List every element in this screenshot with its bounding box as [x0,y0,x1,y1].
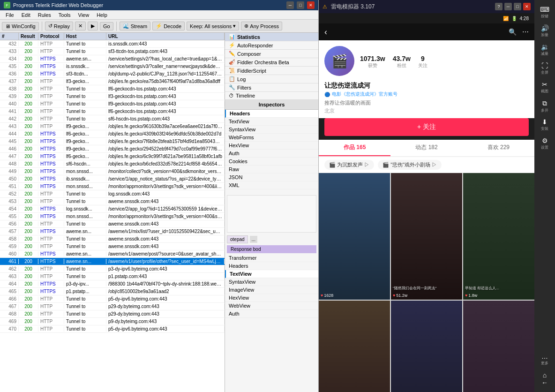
table-row[interactable]: 461 200 HTTPS aweme.sn... /aweme/v1/user… [0,258,225,265]
minimize-button[interactable]: ─ [286,1,294,9]
table-row[interactable]: 455 200 HTTPS mon.snssd... /monitor/appm… [0,213,225,220]
tab-xml[interactable]: XML [225,181,318,189]
decode-button[interactable]: ⚡ Decode [152,22,185,30]
tab-raw[interactable]: Raw [225,166,318,173]
resp-tab-textview[interactable]: TextView [225,270,318,278]
log-section[interactable]: 📋 Log [225,75,318,83]
tab-textview[interactable]: TextView [225,118,318,126]
resp-tab-syntaxview[interactable]: SyntaxView [225,278,318,286]
resp-tab-webview[interactable]: WebView [225,302,318,310]
table-row[interactable]: 454 200 HTTPS log.snssdk... /service/2/a… [0,205,225,213]
menu-rules[interactable]: Rules [34,11,55,19]
settings-button[interactable]: ⚙ 设置 [536,135,553,152]
table-row[interactable]: 466 200 HTTP Tunnel to p5-dy-ipv6.byteim… [0,295,225,303]
table-row[interactable]: 462 200 HTTP Tunnel to p3-dy-ipv6.byteim… [0,265,225,273]
tab-hexview[interactable]: HexView [225,142,318,150]
autoresponder-section[interactable]: ⚡ AutoResponder [225,41,318,50]
table-row[interactable]: 433 200 HTTP Tunnel to sf3-ttcdn-tos.pst… [0,48,225,55]
more-options-button[interactable]: … 更多 [536,351,553,368]
table-row[interactable]: 456 200 HTTP Tunnel to aweme.snssdk.com:… [0,220,225,228]
home-button[interactable]: ⌂ [543,371,547,379]
notepad-button[interactable]: otepad [227,235,248,243]
install-button[interactable]: ⬇ 安装 [536,116,553,133]
table-row[interactable]: 467 200 HTTP Tunnel to p29-dy.byteimg.co… [0,303,225,310]
orchestra-section[interactable]: 🎻 Fiddler Orchestra Beta [225,58,318,67]
maximize-button[interactable]: □ [297,1,304,9]
list-item[interactable] [391,301,462,392]
table-row[interactable]: 457 200 HTTPS aweme.sn... /aweme/v1/mix/… [0,228,225,235]
table-row[interactable]: 469 200 HTTP Tunnel to p9-dy.byteimg.com… [0,318,225,325]
tab-dynamic[interactable]: 动态 182 [390,140,462,156]
tab-auth[interactable]: Auth [225,150,318,158]
table-row[interactable]: 460 200 HTTPS aweme.sn... /aweme/v1/awem… [0,250,225,258]
timeline-section[interactable]: ⏱ Timeline [225,92,318,100]
emulator-close-button[interactable]: ✕ [523,3,531,10]
list-item[interactable] [463,301,534,392]
search-icon[interactable]: 🔍 [509,28,517,36]
menu-edit[interactable]: Edit [18,11,34,19]
resp-tab-auth[interactable]: Auth [225,310,318,318]
table-row[interactable]: 459 200 HTTP Tunnel to aweme.snssdk.com:… [0,243,225,250]
table-row[interactable]: 444 200 HTTPS lf6-gecko... /obj/ies.fe.g… [0,130,225,138]
filters-section[interactable]: 🔧 Filters [225,83,318,92]
stream-button[interactable]: 🌊 Stream [120,22,150,30]
table-row[interactable]: 465 200 HTTPS p1.pstatp... /obj/c8510002… [0,288,225,295]
go-button[interactable]: Go [100,22,113,30]
table-row[interactable]: 439 200 HTTP Tunnel to lf3-geckocdn-tos.… [0,93,225,100]
table-row[interactable]: 440 200 HTTP Tunnel to lf9-geckocdn-tos.… [0,100,225,108]
composer-section[interactable]: ✏️ Composer [225,50,318,58]
tab-webforms[interactable]: WebForms [225,134,318,142]
table-row[interactable]: 448 200 HTTPS sf6-hscdn... /obj/ies.fe.g… [0,160,225,168]
list-item[interactable]: "随然我们会在同一刻死去" ♥51.2w [391,173,462,300]
table-row[interactable]: 438 200 HTTP Tunnel to lf6-geckocdn-tos.… [0,85,225,93]
table-row[interactable]: 436 200 HTTPS sf3-ttcdn... /obj/dump-v2-… [0,70,225,78]
menu-view[interactable]: View [75,11,93,19]
table-row[interactable]: 468 200 HTTP Tunnel to p29-dy.byteimg.co… [0,310,225,318]
fullscreen-button[interactable]: ⛶ 全屏 [536,60,553,77]
winconfig-button[interactable]: 🖥 WinConfig [2,22,39,30]
tab-json[interactable]: JSON [225,173,318,181]
resp-tab-imageview[interactable]: ImageView [225,286,318,294]
close-button[interactable]: ✕ [307,1,315,9]
table-row[interactable]: 432 200 HTTP Tunnel to is.snssdk.com:443 [0,40,225,48]
x-button[interactable]: ✕ [75,22,86,30]
table-row[interactable]: 463 200 HTTP Tunnel to p1.pstatp.com:443 [0,273,225,280]
table-row[interactable]: 443 200 HTTP lf9-gecko... /obj/ies.fe.ge… [0,123,225,130]
any-process-button[interactable]: ⊕ Any Process [241,22,282,30]
table-row[interactable]: 434 200 HTTPS aweme.sn... /service/setti… [0,55,225,63]
back-button[interactable]: ‹ [324,27,327,37]
screenshot-button[interactable]: ✂ 截图 [536,79,553,96]
table-row[interactable]: 451 200 HTTPS mon.snssd... /monitor/appm… [0,183,225,190]
tab-syntaxview[interactable]: SyntaxView [225,126,318,134]
table-row[interactable]: 446 200 HTTPS lf9-gecko... /obj/ies.fe.g… [0,145,225,153]
table-row[interactable]: 452 200 HTTP Tunnel to log.snssdk.com:44… [0,190,225,198]
tab-likes[interactable]: 喜欢 229 [463,140,534,156]
table-row[interactable]: 450 200 HTTPS ib.snssdk... /service/1/ap… [0,175,225,183]
table-row[interactable]: 458 200 HTTP Tunnel to aweme.snssdk.com:… [0,235,225,243]
tag-1[interactable]: 🎬 为沉默发声 ▷ [324,160,374,170]
emulator-help-button[interactable]: ? [495,3,502,10]
resp-tab-headers[interactable]: Headers [225,262,318,270]
keyboard-button[interactable]: ⌨ 按键 [536,4,553,21]
resp-tab-transformer[interactable]: Transformer [225,254,318,262]
table-row[interactable]: 470 200 HTTP Tunnel to p5-dy-ipv6.byteim… [0,325,225,333]
table-row[interactable]: 449 200 HTTPS mon.snssd... /monitor/coll… [0,168,225,175]
volume-up-button[interactable]: 🔊 加量 [536,23,553,39]
keep-sessions-button[interactable]: Keep: All sessions ▾ [187,22,239,30]
tag-2[interactable]: 🎬 "悲伤"戏外小剧场 ▷ [378,160,442,170]
fiddlerscript-section[interactable]: 📜 FiddlerScript [225,67,318,75]
table-row[interactable]: 435 200 HTTPS is.snssdk... /service/sett… [0,63,225,70]
ellipsis-button[interactable]: ... [250,236,257,243]
emulator-maximize-button[interactable]: □ [514,3,521,10]
multi-open-button[interactable]: ⧉ 多开 [536,98,553,114]
more-icon[interactable]: ⋯ [522,28,529,36]
back-hardware-button[interactable]: ← [541,379,548,386]
table-row[interactable]: 437 200 HTTP lf3-gecko... /obj/ies.fe.ge… [0,78,225,85]
response-body-button[interactable]: Response bod [227,245,316,253]
volume-down-button[interactable]: 🔉 减量 [536,41,553,58]
follow-button[interactable]: + 关注 [324,118,529,136]
table-row[interactable]: 441 200 HTTP Tunnel to lf6-geckocdn-tos.… [0,108,225,115]
list-item[interactable]: 一句你没不放 问哭了多少人 [319,301,390,392]
replay-button[interactable]: ↺ Replay [45,22,73,30]
emulator-minimize-button[interactable]: ─ [504,3,512,10]
